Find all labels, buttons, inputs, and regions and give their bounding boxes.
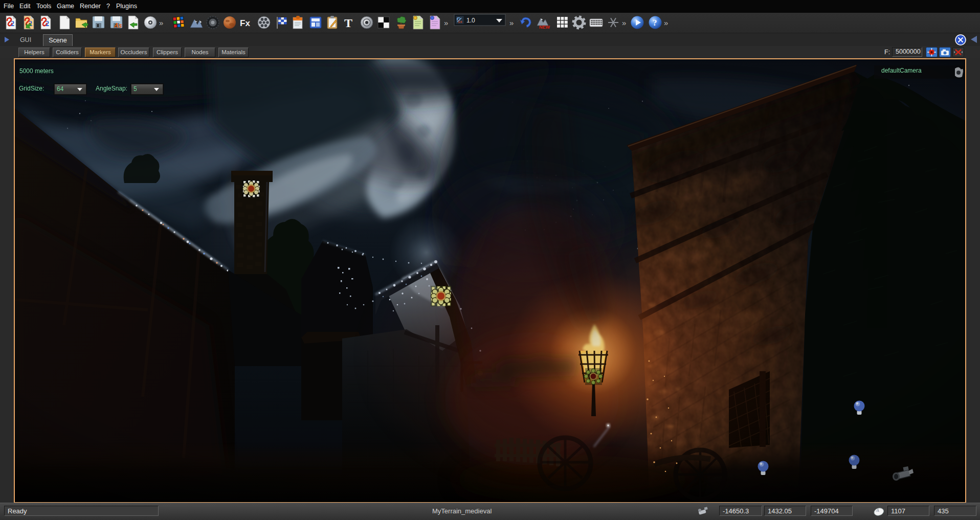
- svg-text:NEW: NEW: [539, 25, 550, 30]
- svg-text:1.0: 1.0: [466, 17, 475, 24]
- svg-text:T: T: [344, 16, 352, 30]
- svg-text:»: »: [664, 18, 668, 27]
- svg-text:As: As: [114, 22, 122, 29]
- svg-text:2: 2: [11, 20, 14, 28]
- svg-text:?: ?: [653, 18, 657, 28]
- svg-text:»: »: [159, 18, 163, 27]
- svg-text:»: »: [622, 18, 626, 27]
- svg-text:»: »: [444, 18, 448, 27]
- svg-text:»: »: [509, 18, 514, 27]
- svg-text:2: 2: [46, 20, 49, 28]
- svg-text:Fx: Fx: [240, 18, 250, 28]
- svg-text:1x: 1x: [458, 19, 462, 24]
